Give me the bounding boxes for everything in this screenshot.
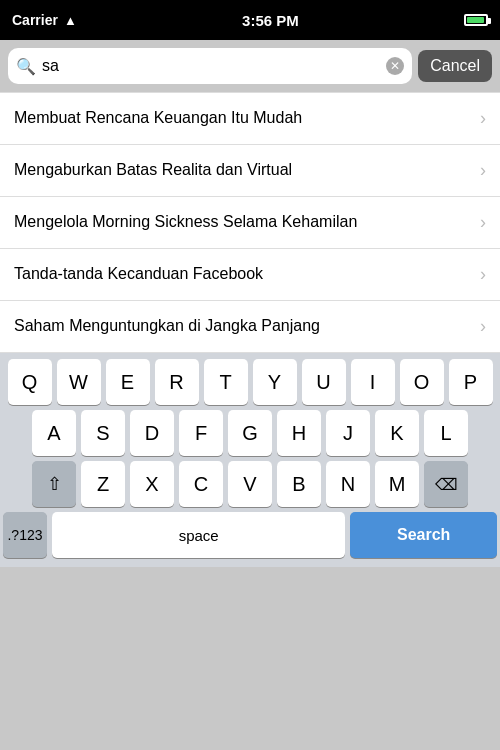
key-e[interactable]: E <box>106 359 150 405</box>
key-n[interactable]: N <box>326 461 370 507</box>
carrier-label: Carrier <box>12 12 58 28</box>
keyboard-row-1: Q W E R T Y U I O P <box>3 359 497 405</box>
chevron-right-icon: › <box>480 108 486 129</box>
key-s[interactable]: S <box>81 410 125 456</box>
list-item[interactable]: Membuat Rencana Keuangan Itu Mudah › <box>0 93 500 145</box>
chevron-right-icon: › <box>480 160 486 181</box>
key-g[interactable]: G <box>228 410 272 456</box>
search-input[interactable] <box>42 57 380 75</box>
numbers-key[interactable]: .?123 <box>3 512 47 558</box>
key-w[interactable]: W <box>57 359 101 405</box>
search-bar: 🔍 ✕ Cancel <box>0 40 500 92</box>
key-i[interactable]: I <box>351 359 395 405</box>
search-magnifier-icon: 🔍 <box>16 57 36 76</box>
chevron-right-icon: › <box>480 316 486 337</box>
key-b[interactable]: B <box>277 461 321 507</box>
key-h[interactable]: H <box>277 410 321 456</box>
key-m[interactable]: M <box>375 461 419 507</box>
chevron-right-icon: › <box>480 264 486 285</box>
key-r[interactable]: R <box>155 359 199 405</box>
key-f[interactable]: F <box>179 410 223 456</box>
key-k[interactable]: K <box>375 410 419 456</box>
keyboard: Q W E R T Y U I O P A S D F G H J K L ⇧ … <box>0 353 500 567</box>
delete-key[interactable]: ⌫ <box>424 461 468 507</box>
key-p[interactable]: P <box>449 359 493 405</box>
wifi-icon: ▲ <box>64 13 77 28</box>
battery-icon <box>464 14 488 26</box>
key-c[interactable]: C <box>179 461 223 507</box>
chevron-right-icon: › <box>480 212 486 233</box>
cancel-button[interactable]: Cancel <box>418 50 492 82</box>
key-y[interactable]: Y <box>253 359 297 405</box>
list-item[interactable]: Mengelola Morning Sickness Selama Kehami… <box>0 197 500 249</box>
keyboard-row-3: ⇧ Z X C V B N M ⌫ <box>3 461 497 507</box>
list-item[interactable]: Saham Menguntungkan di Jangka Panjang › <box>0 301 500 353</box>
key-a[interactable]: A <box>32 410 76 456</box>
clear-search-button[interactable]: ✕ <box>386 57 404 75</box>
list-item[interactable]: Mengaburkan Batas Realita dan Virtual › <box>0 145 500 197</box>
key-z[interactable]: Z <box>81 461 125 507</box>
search-key[interactable]: Search <box>350 512 497 558</box>
key-v[interactable]: V <box>228 461 272 507</box>
key-d[interactable]: D <box>130 410 174 456</box>
keyboard-row-2: A S D F G H J K L <box>3 410 497 456</box>
list-item[interactable]: Tanda-tanda Kecanduan Facebook › <box>0 249 500 301</box>
key-t[interactable]: T <box>204 359 248 405</box>
space-key[interactable]: space <box>52 512 345 558</box>
search-input-wrapper: 🔍 ✕ <box>8 48 412 84</box>
key-j[interactable]: J <box>326 410 370 456</box>
key-u[interactable]: U <box>302 359 346 405</box>
status-bar: Carrier ▲ 3:56 PM <box>0 0 500 40</box>
shift-key[interactable]: ⇧ <box>32 461 76 507</box>
key-o[interactable]: O <box>400 359 444 405</box>
keyboard-row-bottom: .?123 space Search <box>3 512 497 558</box>
time-label: 3:56 PM <box>242 12 299 29</box>
key-q[interactable]: Q <box>8 359 52 405</box>
key-l[interactable]: L <box>424 410 468 456</box>
key-x[interactable]: X <box>130 461 174 507</box>
results-list: Membuat Rencana Keuangan Itu Mudah › Men… <box>0 92 500 353</box>
